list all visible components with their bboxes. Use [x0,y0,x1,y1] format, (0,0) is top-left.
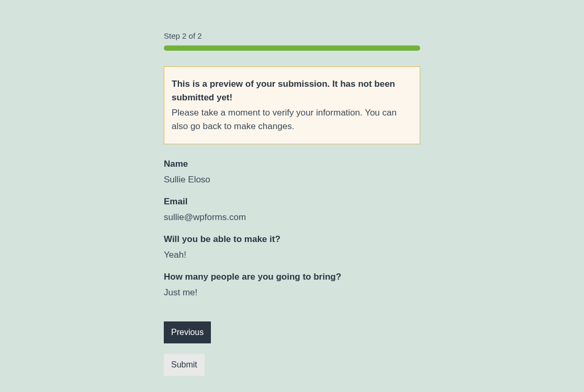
field-email-value: sullie@wpforms.com [164,212,420,223]
field-email-label: Email [164,197,420,207]
field-name-value: Sullie Eloso [164,175,420,185]
field-attendance-label: Will you be able to make it? [164,234,420,245]
preview-notice: This is a preview of your submission. It… [164,66,420,144]
field-guests-value: Just me! [164,287,420,298]
previous-button[interactable]: Previous [164,321,211,343]
notice-text: Please take a moment to verify your info… [172,106,412,134]
field-guests: How many people are you going to bring? … [164,272,420,298]
field-name: Name Sullie Eloso [164,159,420,185]
field-name-label: Name [164,159,420,169]
notice-title: This is a preview of your submission. It… [172,77,412,105]
progress-bar [164,45,420,51]
step-indicator: Step 2 of 2 [164,31,420,40]
button-area: Previous Submit [164,321,420,376]
field-attendance-value: Yeah! [164,250,420,260]
field-attendance: Will you be able to make it? Yeah! [164,234,420,260]
form-preview-container: Step 2 of 2 This is a preview of your su… [164,31,420,376]
submit-button[interactable]: Submit [164,354,205,376]
field-guests-label: How many people are you going to bring? [164,272,420,282]
field-email: Email sullie@wpforms.com [164,197,420,223]
